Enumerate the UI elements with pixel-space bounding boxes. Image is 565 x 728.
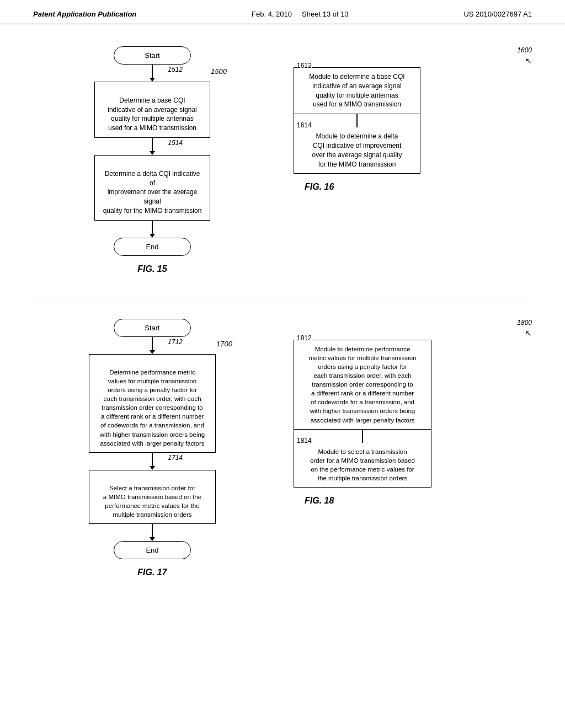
fig15-box2: Determine a delta CQI indicative of impr… bbox=[94, 155, 210, 221]
fig18-ref1812: 1812 bbox=[297, 334, 312, 343]
fig16-module-box: 1612 Module to determine a base CQI indi… bbox=[294, 67, 420, 174]
fig15-label: 1500 bbox=[211, 67, 227, 76]
fig17-diagram: 1700 Start 1712 bbox=[33, 319, 271, 559]
fig17-title: FIG. 17 bbox=[33, 568, 271, 577]
fig16-section: 1600 ↖ 1612 Module to determine a base C… bbox=[294, 46, 532, 274]
fig16-module-row1: 1612 Module to determine a base CQI indi… bbox=[294, 68, 420, 114]
fig15-section: 1500 Start 1512 bbox=[33, 46, 271, 274]
header-publication-label: Patent Application Publication bbox=[33, 10, 136, 18]
fig15-start-node: Start bbox=[114, 46, 191, 65]
header-date-sheet: Feb. 4, 2010 Sheet 13 of 13 bbox=[252, 10, 349, 18]
fig17-flow: Start 1712 Determine performance metric … bbox=[89, 319, 216, 559]
fig15-ref1514: 1514 bbox=[168, 139, 183, 147]
header-patent-number: US 2010/0027697 A1 bbox=[463, 10, 532, 18]
fig17-end-node: End bbox=[114, 541, 191, 559]
fig16-top-arrow: ↖ bbox=[294, 56, 532, 65]
fig18-top-ref: 1800 bbox=[294, 319, 532, 326]
fig18-module-row1: 1812 Module to determine performance met… bbox=[294, 340, 431, 430]
fig15-flow: Start 1512 Determine a base CQI indicati… bbox=[94, 46, 210, 256]
top-figures-row: 1500 Start 1512 bbox=[33, 46, 532, 274]
fig15-title: FIG. 15 bbox=[33, 264, 271, 274]
page-header: Patent Application Publication Feb. 4, 2… bbox=[0, 0, 565, 24]
fig17-start-node: Start bbox=[114, 319, 191, 337]
page: Patent Application Publication Feb. 4, 2… bbox=[0, 0, 565, 728]
fig15-arrow1: 1512 bbox=[150, 65, 155, 82]
main-content: 1500 Start 1512 bbox=[0, 41, 565, 611]
fig17-ref1714: 1714 bbox=[168, 454, 183, 462]
fig18-title: FIG. 18 bbox=[305, 496, 532, 506]
fig16-ref1614: 1614 bbox=[297, 121, 312, 130]
bottom-figures-row: 1700 Start 1712 bbox=[33, 319, 532, 577]
fig17-arrow3 bbox=[150, 524, 155, 541]
fig17-ref1712: 1712 bbox=[168, 338, 183, 346]
fig17-arrow1: 1712 bbox=[150, 337, 155, 354]
fig18-module-row2: 1814 Module to select a transmission ord… bbox=[294, 443, 431, 487]
fig15-arrow3 bbox=[150, 221, 155, 238]
fig18-section: 1800 ↖ 1812 Module to determine performa… bbox=[294, 319, 532, 577]
fig15-end-node: End bbox=[114, 238, 191, 256]
fig17-box1: Determine performance metric values for … bbox=[89, 354, 216, 453]
fig16-vline bbox=[356, 114, 358, 127]
fig17-arrow2: 1714 bbox=[150, 453, 155, 470]
header-sheet: Sheet 13 of 13 bbox=[302, 10, 349, 18]
fig16-top-ref: 1600 bbox=[294, 46, 532, 54]
fig15-arrow2: 1514 bbox=[150, 138, 155, 155]
fig15-box1: Determine a base CQI indicative of an av… bbox=[94, 82, 210, 138]
fig17-section: 1700 Start 1712 bbox=[33, 319, 271, 577]
header-date: Feb. 4, 2010 bbox=[252, 10, 292, 18]
fig18-top-arrow: ↖ bbox=[294, 329, 532, 338]
fig18-module-box: 1812 Module to determine performance met… bbox=[294, 340, 431, 488]
fig16-ref1612: 1612 bbox=[297, 61, 312, 71]
fig18-ref1814: 1814 bbox=[297, 436, 312, 446]
fig17-box2: Select a transmission order for a MIMO t… bbox=[89, 470, 216, 524]
fig15-ref1512: 1512 bbox=[168, 66, 183, 73]
fig17-label: 1700 bbox=[216, 340, 232, 348]
section-divider bbox=[33, 302, 532, 302]
fig16-title: FIG. 16 bbox=[305, 182, 532, 192]
fig15-diagram: 1500 Start 1512 bbox=[33, 46, 271, 256]
fig16-module-row2: 1614 Module to determine a delta CQI ind… bbox=[294, 127, 420, 173]
fig18-vline bbox=[362, 430, 363, 443]
